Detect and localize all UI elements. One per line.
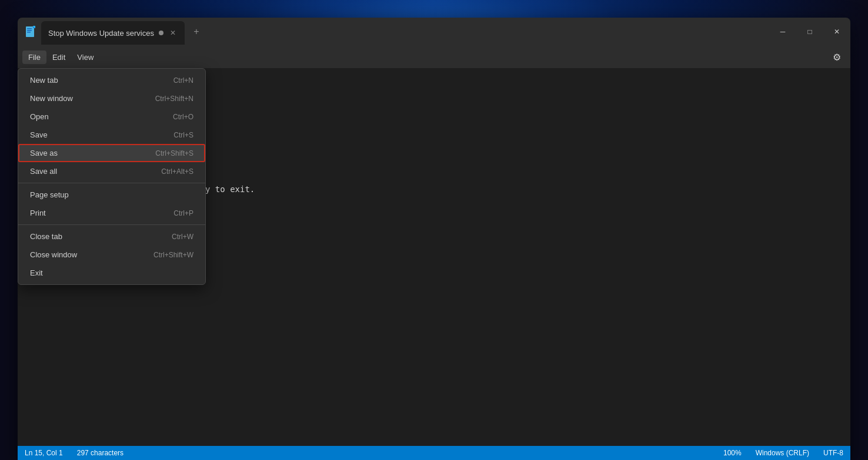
view-menu-item[interactable]: View (71, 51, 99, 64)
encoding: UTF-8 (823, 449, 843, 457)
file-dropdown-menu: New tab Ctrl+N New window Ctrl+Shift+N O… (18, 68, 206, 285)
menu-open[interactable]: Open Ctrl+O (18, 108, 205, 126)
line-ending: Windows (CRLF) (756, 449, 809, 457)
window-controls: ─ □ ✕ (769, 18, 850, 46)
minimize-button[interactable]: ─ (769, 18, 796, 46)
close-button[interactable]: ✕ (823, 18, 850, 46)
svg-rect-1 (27, 28, 32, 29)
menu-new-tab[interactable]: New tab Ctrl+N (18, 71, 205, 89)
active-tab[interactable]: Stop Windows Update services ✕ (41, 21, 185, 45)
titlebar: Stop Windows Update services ✕ + ─ □ ✕ (18, 18, 850, 46)
separator-1 (18, 183, 205, 183)
file-menu-item[interactable]: File (22, 51, 46, 64)
separator-2 (18, 224, 205, 225)
menu-page-setup[interactable]: Page setup (18, 186, 205, 204)
tab-modified-dot (159, 31, 163, 35)
menu-save-as[interactable]: Save as Ctrl+Shift+S (18, 144, 205, 162)
zoom-level: 100% (723, 449, 742, 457)
svg-rect-3 (27, 32, 31, 33)
tab-close-button[interactable]: ✕ (168, 28, 178, 38)
svg-rect-2 (27, 30, 32, 31)
settings-icon[interactable]: ⚙ (828, 49, 846, 65)
app-icon (25, 26, 36, 38)
main-window: Stop Windows Update services ✕ + ─ □ ✕ F… (18, 18, 850, 460)
menu-close-window[interactable]: Close window Ctrl+Shift+W (18, 246, 205, 264)
new-tab-button[interactable]: + (187, 22, 206, 41)
cursor-position: Ln 15, Col 1 (25, 449, 63, 457)
character-count: 297 characters (77, 449, 123, 457)
menu-new-window[interactable]: New window Ctrl+Shift+N (18, 89, 205, 108)
maximize-button[interactable]: □ (796, 18, 823, 46)
statusbar: Ln 15, Col 1 297 characters 100% Windows… (18, 446, 850, 460)
tab-title: Stop Windows Update services (48, 29, 154, 38)
menu-save-all[interactable]: Save all Ctrl+Alt+S (18, 162, 205, 180)
menubar: File Edit View ⚙ New tab Ctrl+N New wind… (18, 46, 850, 68)
menu-close-tab[interactable]: Close tab Ctrl+W (18, 227, 205, 246)
menu-exit[interactable]: Exit (18, 264, 205, 282)
menu-print[interactable]: Print Ctrl+P (18, 204, 205, 222)
menu-save[interactable]: Save Ctrl+S (18, 126, 205, 144)
edit-menu-item[interactable]: Edit (46, 51, 71, 64)
